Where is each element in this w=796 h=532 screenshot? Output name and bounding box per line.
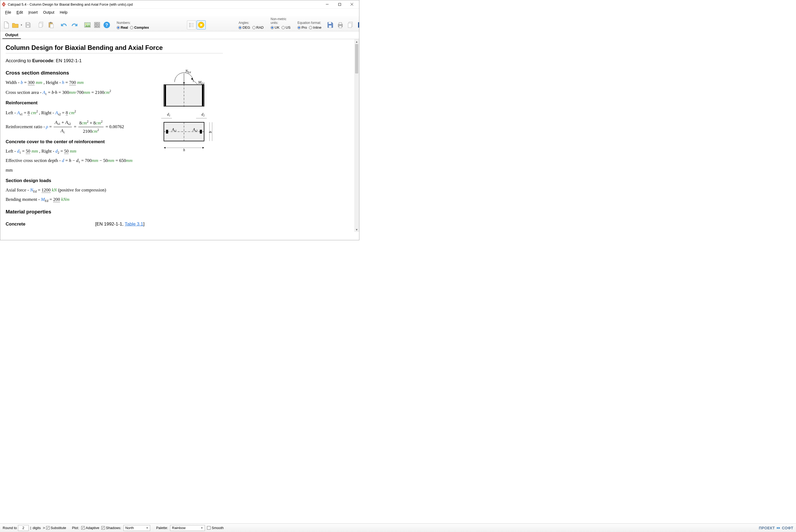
svg-rect-5 [26,25,29,27]
doc-title: Column Design for Biaxial Bending and Ax… [6,44,349,52]
mm-stray-line: mm [6,167,349,174]
svg-rect-30 [329,25,331,27]
insert-image-button[interactable] [83,20,92,30]
window-title: Calcpad 5.4 - Column Design for Biaxial … [8,2,321,6]
axial-force-line: Axial force - NEd = 1200 kN (positive fo… [6,186,349,194]
title-divider [6,53,223,53]
copy-output-button[interactable] [346,20,355,30]
fck-line: Characteristic compressive cylinder stre… [6,231,349,232]
subsection-loads: Section design loads [6,177,349,185]
units-uk-radio[interactable]: UK [271,25,280,30]
table-3-1-link[interactable]: Table 3.1 [125,222,143,227]
svg-rect-23 [191,23,194,24]
close-button[interactable] [346,0,358,8]
help-button[interactable]: ? [102,20,111,30]
save-button[interactable] [23,20,33,30]
concrete-reference: [EN 1992-1-1, Table 3.1] [95,221,145,228]
svg-line-42 [193,80,197,84]
svg-rect-32 [339,22,342,24]
section-material-props: Material properties [6,208,349,216]
angles-rad-radio[interactable]: RAD [252,25,264,30]
svg-rect-24 [189,25,191,25]
svg-rect-46 [202,85,204,106]
svg-rect-9 [50,22,52,23]
numbers-real-radio[interactable]: Real [117,25,128,30]
units-us-radio[interactable]: US [282,25,290,30]
svg-rect-33 [339,26,342,28]
svg-text:d2: d2 [202,112,205,117]
numbers-label: Numbers: [117,21,149,25]
svg-rect-35 [348,23,352,27]
new-file-button[interactable] [2,20,11,30]
scroll-thumb[interactable] [355,44,358,74]
print-button[interactable] [336,20,345,30]
svg-rect-26 [189,26,191,27]
svg-rect-10 [50,24,53,28]
according-line: According to Eurocode: EN 1992-1-1 [6,57,349,65]
svg-text:NEd: NEd [185,69,191,74]
svg-text:W: W [359,23,359,27]
calculator-button[interactable]: +−×= [93,20,102,30]
svg-text:+: + [95,22,97,25]
subsection-concrete: Concrete [6,221,25,229]
maximize-button[interactable] [334,0,346,8]
svg-rect-1 [339,3,341,6]
bending-moment-line: Bending moment - MEd = 200 kNm [6,196,349,204]
svg-text:MEd: MEd [198,80,205,85]
svg-text:d1: d1 [167,112,170,117]
vertical-scrollbar[interactable]: ▲ ▼ [354,39,359,232]
svg-point-12 [86,24,87,25]
svg-text:b: b [208,131,212,133]
units-label: Non-metric units: [271,17,290,25]
menu-help[interactable]: Help [57,9,70,16]
angles-label: Angles: [239,21,264,25]
svg-rect-7 [39,23,42,27]
open-file-button[interactable]: ▼ [12,20,23,30]
svg-text:×: × [95,25,97,27]
svg-text:h: h [183,148,185,152]
run-button[interactable] [196,20,206,30]
eqformat-inline-radio[interactable]: Inline [309,25,321,30]
paste-button[interactable] [46,20,56,30]
undo-button[interactable] [60,20,69,30]
numbers-complex-radio[interactable]: Complex [130,25,149,30]
export-word-button[interactable]: W [356,20,359,30]
scroll-down-icon[interactable]: ▼ [354,227,359,232]
svg-text:−: − [98,22,99,25]
toolbar: ▼ +−×= ? Numbers: Real Complex Angles: D… [0,16,359,31]
copy-button[interactable] [37,20,46,30]
svg-rect-45 [165,85,166,106]
menubar: File Edit Insert Output Help [0,8,359,16]
redo-button[interactable] [70,20,79,30]
export-save-button[interactable] [326,20,335,30]
svg-rect-27 [191,26,194,27]
cross-section-figure: NEd MEd d1 d2 As1 As2 b [158,69,217,158]
svg-text:?: ? [106,22,108,27]
menu-edit[interactable]: Edit [14,9,26,16]
svg-rect-4 [26,22,29,24]
app-logo-icon [1,2,6,7]
svg-rect-25 [191,25,194,25]
angles-deg-radio[interactable]: DEG [239,25,250,30]
menu-file[interactable]: File [2,9,14,16]
svg-rect-29 [328,22,331,24]
scroll-up-icon[interactable]: ▲ [354,39,359,44]
svg-rect-36 [358,22,359,27]
svg-text:=: = [98,25,99,27]
form-view-button[interactable] [187,20,196,30]
svg-rect-22 [189,23,191,24]
output-document: Column Design for Biaxial Bending and Ax… [0,39,354,232]
menu-insert[interactable]: Insert [26,9,40,16]
menu-output[interactable]: Output [40,9,57,16]
eqformat-pro-radio[interactable]: Pro [298,25,307,30]
eqformat-label: Equation format: [298,21,321,25]
minimize-button[interactable] [321,0,334,8]
tab-output[interactable]: Output [2,31,21,39]
